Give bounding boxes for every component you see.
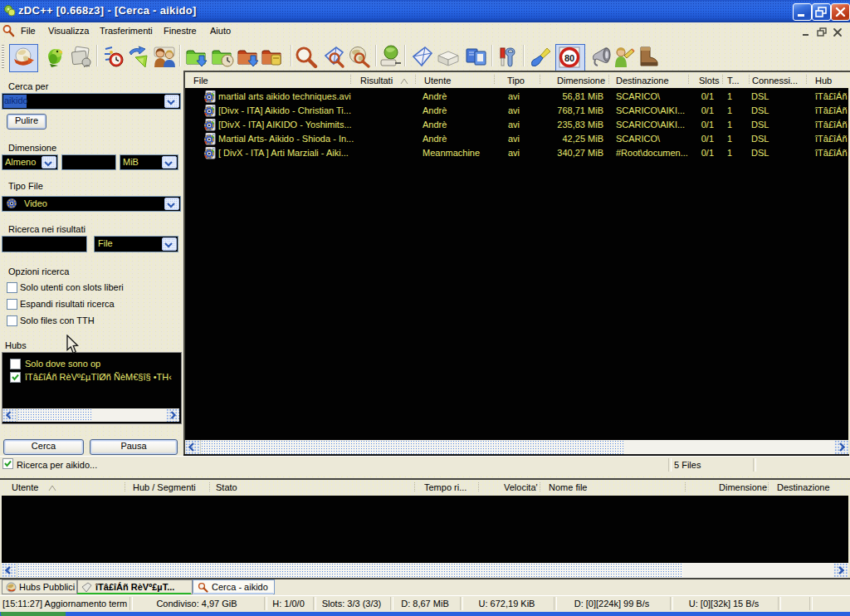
svg-text:80: 80 [564, 53, 574, 63]
